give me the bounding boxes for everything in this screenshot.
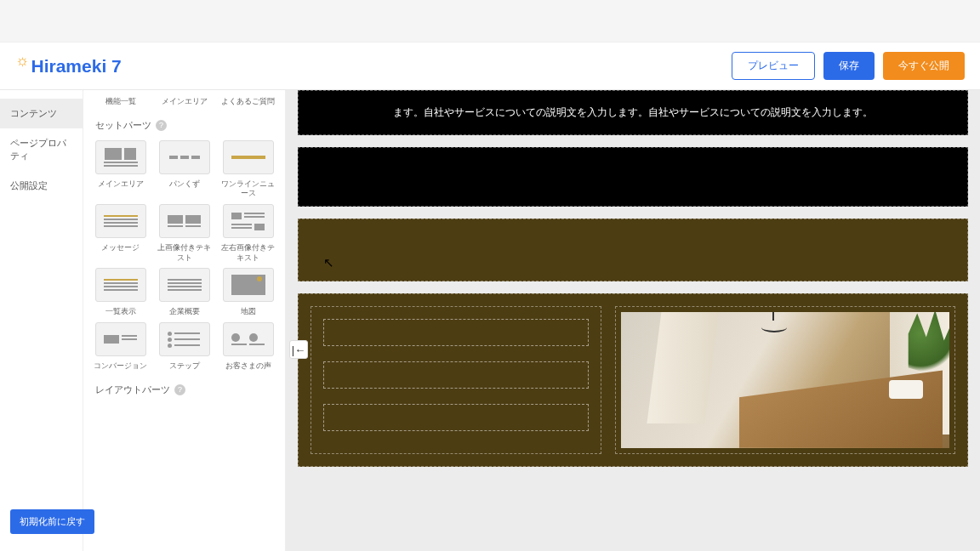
part-conversion[interactable]: コンバージョン — [92, 322, 149, 372]
leftnav: コンテンツ ページプロパティ 公開設定 — [0, 90, 83, 551]
input-slot-3[interactable] — [323, 404, 589, 431]
section-layout-parts: レイアウトパーツ ? — [95, 383, 276, 396]
parts-panel: 機能一覧 メインエリア よくあるご質問 セットパーツ ? メインエリア パンくず… — [83, 90, 286, 551]
main-area: コンテンツ ページプロパティ 公開設定 機能一覧 メインエリア よくあるご質問 … — [0, 90, 980, 551]
logo-mark: H — [31, 56, 44, 77]
logo[interactable]: ☼ Hirameki 7 — [15, 56, 122, 77]
part-feature-list[interactable]: 機能一覧 — [92, 97, 149, 107]
header-buttons: プレビュー 保存 今すぐ公開 — [732, 52, 965, 80]
logo-icon: ☼ — [15, 52, 30, 70]
form-placeholder[interactable] — [311, 306, 601, 454]
help-icon-2[interactable]: ? — [174, 384, 185, 395]
leftnav-item-page-properties[interactable]: ページプロパティ — [0, 128, 83, 171]
room-image — [621, 312, 949, 448]
part-step[interactable]: ステップ — [156, 322, 213, 372]
canvas: ます。自社やサービスについての説明文を入力します。自社やサービスについての説明文… — [286, 90, 980, 551]
top-parts-row: 機能一覧 メインエリア よくあるご質問 — [92, 97, 276, 107]
reset-button[interactable]: 初期化前に戻す — [10, 509, 94, 534]
olive-block-2[interactable] — [298, 293, 968, 467]
part-company-overview[interactable]: 企業概要 — [156, 268, 213, 317]
hero-block[interactable]: ます。自社やサービスについての説明文を入力します。自社やサービスについての説明文… — [298, 90, 968, 135]
part-main-area[interactable]: メインエリア — [92, 140, 149, 199]
publish-button[interactable]: 今すぐ公開 — [883, 52, 965, 80]
part-main-area-top[interactable]: メインエリア — [156, 97, 213, 107]
part-image-top-text[interactable]: 上画像付きテキスト — [156, 204, 213, 263]
image-placeholder[interactable] — [615, 306, 955, 454]
input-slot-2[interactable] — [323, 361, 589, 389]
part-image-lr-text[interactable]: 左右画像付きテキスト — [219, 204, 276, 263]
app-header: ☼ Hirameki 7 プレビュー 保存 今すぐ公開 — [0, 43, 980, 90]
help-icon[interactable]: ? — [156, 120, 167, 131]
save-button[interactable]: 保存 — [823, 52, 875, 80]
browser-chrome — [0, 0, 980, 43]
dark-block-2[interactable] — [298, 147, 968, 207]
part-map[interactable]: 地図 — [219, 268, 276, 317]
preview-button[interactable]: プレビュー — [732, 52, 815, 80]
section-set-parts: セットパーツ ? — [95, 119, 276, 132]
leftnav-item-contents[interactable]: コンテンツ — [0, 99, 83, 128]
collapse-panel-button[interactable]: |← — [289, 340, 308, 359]
part-breadcrumb[interactable]: パンくず — [156, 140, 213, 199]
leftnav-item-publish-settings[interactable]: 公開設定 — [0, 171, 83, 201]
input-slot-1[interactable] — [323, 319, 589, 346]
part-oneline-news[interactable]: ワンラインニュース — [219, 140, 276, 199]
part-message[interactable]: メッセージ — [92, 204, 149, 263]
olive-block-1[interactable] — [298, 219, 968, 281]
part-faq[interactable]: よくあるご質問 — [219, 97, 276, 107]
part-list-display[interactable]: 一覧表示 — [92, 268, 149, 317]
part-testimonial[interactable]: お客さまの声 — [219, 322, 276, 372]
cursor-icon: ↖ — [323, 255, 334, 270]
logo-text: irameki 7 — [44, 56, 122, 77]
